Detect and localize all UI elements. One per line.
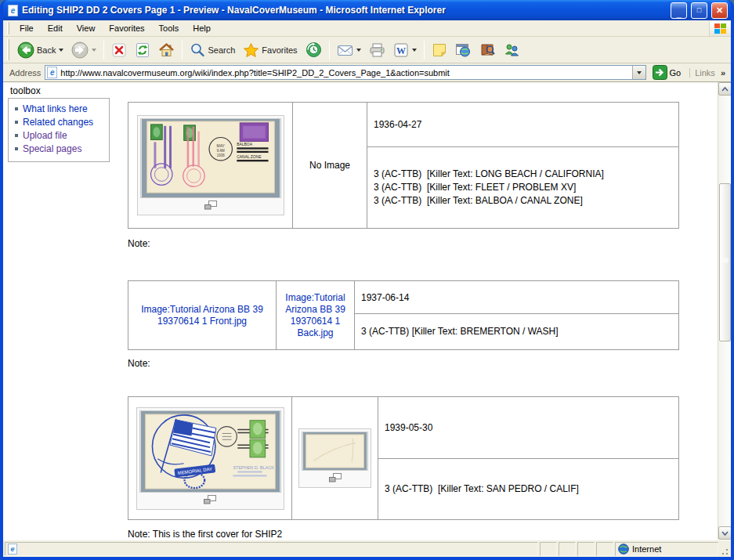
history-button[interactable] (302, 40, 325, 60)
mail-icon (337, 43, 353, 57)
favorites-button[interactable]: Favorites (240, 41, 300, 60)
table-row: Image:Tutorial Arizona BB 39 19370614 1 … (128, 281, 679, 314)
cover-date-cell: 1936-04-27 (367, 103, 679, 147)
sidebar-item-whatlinkshere[interactable]: What links here (15, 103, 109, 114)
menu-file[interactable]: File (13, 21, 41, 35)
relatedchanges-link[interactable]: Related changes (23, 117, 93, 128)
refresh-button[interactable] (132, 41, 154, 60)
cover-back-cell: No Image (293, 103, 367, 229)
word-dropdown-caret[interactable] (412, 49, 417, 52)
scroll-up-button[interactable] (718, 82, 731, 96)
zone-label: Internet (632, 544, 661, 554)
cover-date: 1936-04-27 (374, 119, 421, 130)
links-label[interactable]: Links (689, 68, 717, 78)
svg-text:1936: 1936 (216, 154, 224, 157)
cover-1939-thumb-frame[interactable]: MEMORIAL DAY STEPHEN D. BLACK (136, 407, 284, 510)
address-dropdown-button[interactable] (632, 66, 645, 79)
messenger-button[interactable] (501, 41, 523, 60)
enlarge-icon[interactable] (329, 473, 342, 485)
scroll-down-button[interactable] (718, 526, 731, 540)
table-row: MAY 9 AM 1936 BALBOA CANAL ZONE (128, 103, 679, 147)
menu-tools[interactable]: Tools (152, 21, 186, 35)
toolbox-heading: toolbox (10, 85, 125, 96)
links-chevron-icon[interactable]: » (721, 68, 728, 78)
sidebar-item-specialpages[interactable]: Special pages (15, 143, 109, 154)
mail-button[interactable] (334, 42, 364, 59)
favorites-label: Favorites (262, 45, 297, 55)
killer-line: 3 (AC-TTB) [Killer Text: SAN PEDRO / CAL… (385, 482, 678, 496)
address-bar: Address e http://www.navalcovermuseum.or… (3, 63, 731, 82)
home-button[interactable] (155, 41, 178, 60)
scrollbar-thumb[interactable] (719, 183, 731, 341)
back-dropdown-caret[interactable] (59, 49, 63, 52)
title-bar: e Editing SHIP2 DD 2 Covers Page 1 - Pre… (3, 0, 731, 20)
menu-help[interactable]: Help (186, 21, 218, 35)
mail-dropdown-caret[interactable] (356, 49, 361, 52)
cover-back-cell (292, 397, 378, 520)
sticky-note-icon (432, 42, 447, 58)
bullet-icon (15, 147, 18, 150)
back-label: Back (37, 45, 56, 55)
close-button[interactable]: ✕ (711, 2, 728, 19)
address-url[interactable]: http://www.navalcovermuseum.org/wiki/ind… (60, 68, 628, 78)
specialpages-link[interactable]: Special pages (23, 143, 81, 154)
cover-date-cell: 1939-05-30 (378, 397, 679, 459)
print-button[interactable] (366, 41, 389, 60)
svg-text:MAY: MAY (216, 144, 225, 148)
status-main-panel: e (5, 542, 538, 556)
back-image-link[interactable]: Image:Tutorial Arizona BB 39 19370614 1 … (282, 292, 349, 339)
edit-with-word-button[interactable]: W (390, 41, 420, 60)
toolbar-separator (103, 41, 104, 60)
cover-back-cell: Image:Tutorial Arizona BB 39 19370614 1 … (277, 281, 355, 350)
research-button[interactable] (476, 41, 499, 60)
vertical-scrollbar[interactable] (718, 82, 731, 540)
minimize-button[interactable]: _ (671, 2, 687, 19)
sidebar-item-uploadfile[interactable]: Upload file (15, 130, 109, 141)
menubar-grip[interactable] (7, 22, 9, 34)
whatlinkshere-link[interactable]: What links here (23, 103, 88, 114)
status-panel (577, 542, 595, 556)
resize-grip[interactable] (720, 547, 729, 556)
search-label: Search (208, 45, 235, 55)
cover-1939-back-thumb-frame[interactable] (298, 428, 371, 488)
menu-view[interactable]: View (70, 21, 103, 35)
toolbar-separator (424, 41, 425, 60)
status-bar: e Internet (3, 540, 731, 557)
cover-1936-thumb-frame[interactable]: MAY 9 AM 1936 BALBOA CANAL ZONE (137, 115, 284, 215)
forward-dropdown-caret[interactable] (92, 49, 96, 52)
cover-1936-front-image[interactable]: MAY 9 AM 1936 BALBOA CANAL ZONE (140, 118, 281, 198)
menu-favorites[interactable]: Favorites (102, 21, 151, 35)
uploadfile-link[interactable]: Upload file (23, 130, 67, 141)
cover-table-1936: MAY 9 AM 1936 BALBOA CANAL ZONE (128, 102, 679, 229)
back-button[interactable]: Back (14, 40, 67, 60)
ie-icon: e (8, 5, 18, 16)
cover-1939-back-image[interactable] (302, 432, 368, 471)
discuss-button[interactable] (428, 41, 450, 60)
killer-line: 3 (AC-TTB) [Killer Text: BALBOA / CANAL … (374, 194, 678, 208)
stop-button[interactable] (108, 41, 130, 60)
cover-front-cell: Image:Tutorial Arizona BB 39 19370614 1 … (128, 281, 277, 350)
forward-button[interactable] (68, 40, 99, 60)
status-page-icon: e (8, 544, 17, 555)
print-icon (369, 42, 385, 58)
cover-1939-front-image[interactable]: MEMORIAL DAY STEPHEN D. BLACK (139, 410, 281, 493)
search-button[interactable]: Search (186, 41, 238, 60)
back-icon (17, 42, 34, 59)
go-button[interactable]: Go (650, 64, 684, 81)
table-row: MEMORIAL DAY STEPHEN D. BLACK (128, 397, 679, 459)
book-magnifier-icon (479, 42, 496, 58)
enlarge-icon[interactable] (204, 201, 217, 212)
front-image-link[interactable]: Image:Tutorial Arizona BB 39 19370614 1 … (135, 304, 269, 327)
enlarge-icon[interactable] (204, 495, 216, 507)
scrollbar-grip (722, 258, 729, 263)
address-input[interactable]: e http://www.navalcovermuseum.org/wiki/i… (45, 65, 645, 80)
toolbar-grip[interactable] (7, 39, 9, 60)
cover-date: 1939-05-30 (385, 422, 432, 433)
maximize-button[interactable]: □ (691, 2, 707, 19)
windows-flag-icon (714, 23, 726, 34)
sidebar-item-relatedchanges[interactable]: Related changes (15, 117, 109, 128)
menu-edit[interactable]: Edit (41, 21, 70, 35)
web-folder-button[interactable] (452, 41, 475, 60)
cover-table-1939: MEMORIAL DAY STEPHEN D. BLACK (128, 396, 679, 520)
svg-text:9 AM: 9 AM (216, 149, 224, 153)
